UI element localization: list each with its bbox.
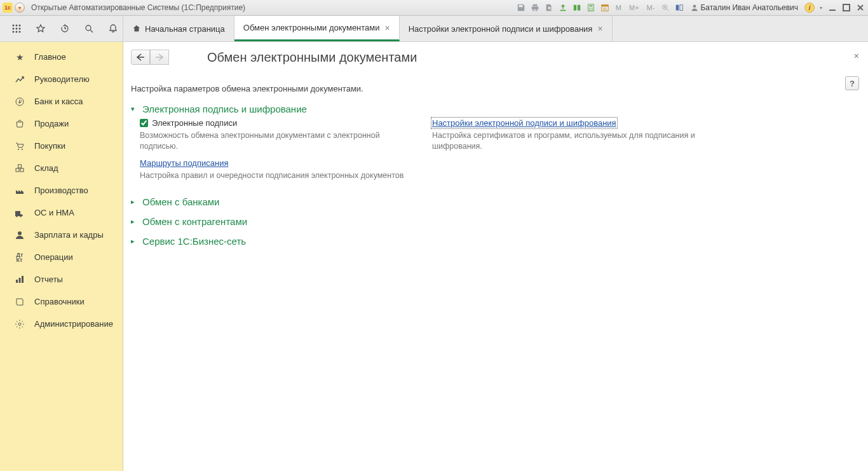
section-signature-header[interactable]: ▾ Электронная подпись и шифрование xyxy=(131,104,857,114)
notifications-bell-icon[interactable] xyxy=(107,22,119,35)
minimize-button[interactable] xyxy=(827,3,837,12)
calendar-icon[interactable]: 31 xyxy=(600,3,610,13)
sidebar-item-production[interactable]: Производство xyxy=(0,179,123,201)
sidebar-item-warehouse[interactable]: Склад xyxy=(0,157,123,179)
gear-icon xyxy=(14,318,25,330)
svg-point-29 xyxy=(86,25,91,31)
document-search-icon[interactable] xyxy=(544,3,554,13)
tabs: Начальная страница Обмен электронными до… xyxy=(123,16,613,41)
dtkt-icon: ДтКт xyxy=(14,252,25,263)
search-icon[interactable] xyxy=(83,22,95,35)
user-name: Баталин Иван Анатольевич xyxy=(700,3,798,12)
memory-mminus-button[interactable]: M- xyxy=(645,4,657,11)
close-window-button[interactable] xyxy=(855,3,865,12)
tab-exchange-close-icon[interactable]: × xyxy=(385,23,390,33)
tab-exchange[interactable]: Обмен электронными документами × xyxy=(234,16,400,41)
svg-point-23 xyxy=(13,28,15,30)
print-icon[interactable] xyxy=(530,3,540,13)
toolbar: Начальная страница Обмен электронными до… xyxy=(0,16,868,42)
section-banks-title: Обмен с банками xyxy=(142,196,220,207)
help-button[interactable]: ? xyxy=(845,76,859,90)
window-title: Открытые Автоматизированные Системы (1С:… xyxy=(31,3,245,12)
panels-icon[interactable] xyxy=(674,3,684,13)
electronic-signatures-label: Электронные подписи xyxy=(152,118,237,128)
section-counterparties-header[interactable]: ▸ Обмен с контрагентами xyxy=(131,216,857,227)
sidebar-item-main[interactable]: ★Главное xyxy=(0,46,123,68)
electronic-signatures-desc: Возможность обмена электронными документ… xyxy=(140,130,407,152)
sidebar-item-operations[interactable]: ДтКтОперации xyxy=(0,246,123,268)
sidebar-item-administration[interactable]: Администрирование xyxy=(0,313,123,335)
user-icon xyxy=(691,4,698,11)
home-icon xyxy=(132,24,141,33)
sidebar-item-assets[interactable]: ОС и НМА xyxy=(0,201,123,224)
svg-line-10 xyxy=(667,9,669,11)
app-menu-dropdown[interactable]: ▾ xyxy=(15,3,25,13)
upload-icon[interactable] xyxy=(558,3,568,13)
compare-icon[interactable] xyxy=(572,3,582,13)
chevron-right-icon: ▸ xyxy=(131,217,139,226)
svg-point-4 xyxy=(589,10,590,11)
svg-point-22 xyxy=(19,25,21,27)
apps-grid-icon[interactable] xyxy=(10,22,23,35)
sidebar-item-hr[interactable]: Зарплата и кадры xyxy=(0,224,123,246)
info-dropdown-icon[interactable]: ▾ xyxy=(818,3,824,13)
zoom-icon[interactable] xyxy=(660,3,670,13)
chevron-down-icon: ▾ xyxy=(131,105,139,113)
person-icon xyxy=(14,229,25,241)
sidebar-item-bank[interactable]: ₽Банк и касса xyxy=(0,90,123,113)
svg-point-24 xyxy=(16,28,18,30)
signature-settings-link[interactable]: Настройки электронной подписи и шифрован… xyxy=(432,118,616,128)
svg-point-28 xyxy=(19,31,21,33)
truck-icon xyxy=(14,207,25,219)
maximize-button[interactable] xyxy=(841,3,851,12)
sidebar-item-sales[interactable]: Продажи xyxy=(0,113,123,135)
section-counterparties-title: Обмен с контрагентами xyxy=(142,216,247,227)
cart-icon xyxy=(14,140,25,152)
svg-rect-13 xyxy=(676,5,679,11)
signing-routes-link[interactable]: Маршруты подписания xyxy=(140,158,228,168)
svg-point-26 xyxy=(13,31,15,33)
tab-signature-settings-close-icon[interactable]: × xyxy=(597,24,602,34)
signature-settings-desc: Настройка сертификатов и программ, испол… xyxy=(432,130,699,152)
ruble-icon: ₽ xyxy=(14,96,25,107)
toolbar-left xyxy=(0,16,123,41)
svg-point-42 xyxy=(18,323,21,325)
tab-home-label: Начальная страница xyxy=(145,24,225,34)
nav-back-button[interactable] xyxy=(131,50,150,65)
electronic-signatures-checkbox[interactable] xyxy=(140,119,148,127)
svg-point-15 xyxy=(693,5,696,8)
sidebar-item-reports[interactable]: Отчеты xyxy=(0,268,123,290)
svg-rect-40 xyxy=(19,278,21,283)
page-subtitle: Настройка параметров обмена электронными… xyxy=(131,84,857,93)
page-title: Обмен электронными документами xyxy=(207,50,417,65)
svg-rect-1 xyxy=(589,6,592,7)
save-icon[interactable] xyxy=(516,3,526,13)
tab-signature-settings-label: Настройки электронной подписи и шифрован… xyxy=(409,24,593,34)
svg-rect-39 xyxy=(16,280,18,283)
section-business-network-header[interactable]: ▸ Сервис 1С:Бизнес-сеть xyxy=(131,236,857,247)
section-banks-header[interactable]: ▸ Обмен с банками xyxy=(131,196,857,207)
memory-mplus-button[interactable]: M+ xyxy=(627,4,641,11)
user-label[interactable]: Баталин Иван Анатольевич xyxy=(691,3,798,12)
sidebar-item-purchases[interactable]: Покупки xyxy=(0,135,123,157)
titlebar-tool-icons: 31 M M+ M- Баталин Иван Анатольевич i ▾ xyxy=(516,3,865,13)
tab-home[interactable]: Начальная страница xyxy=(123,16,234,41)
bars-icon xyxy=(14,274,25,285)
nav-forward-button[interactable] xyxy=(150,50,169,65)
svg-text:31: 31 xyxy=(602,6,607,11)
favorites-star-icon[interactable] xyxy=(34,22,47,35)
tab-signature-settings[interactable]: Настройки электронной подписи и шифрован… xyxy=(400,16,613,41)
chevron-right-icon: ▸ xyxy=(131,237,139,245)
page-close-icon[interactable]: × xyxy=(854,51,859,61)
svg-point-3 xyxy=(592,8,593,9)
sidebar-item-manager[interactable]: Руководителю xyxy=(0,68,123,90)
book-icon xyxy=(14,296,25,308)
history-icon[interactable] xyxy=(58,22,71,35)
calculator-icon[interactable] xyxy=(586,3,596,13)
memory-m-button[interactable]: M xyxy=(614,4,623,11)
bag-icon xyxy=(14,118,25,130)
info-icon[interactable]: i xyxy=(804,3,815,13)
sidebar-item-catalogs[interactable]: Справочники xyxy=(0,290,123,313)
svg-line-30 xyxy=(90,30,93,32)
svg-rect-0 xyxy=(588,4,593,11)
